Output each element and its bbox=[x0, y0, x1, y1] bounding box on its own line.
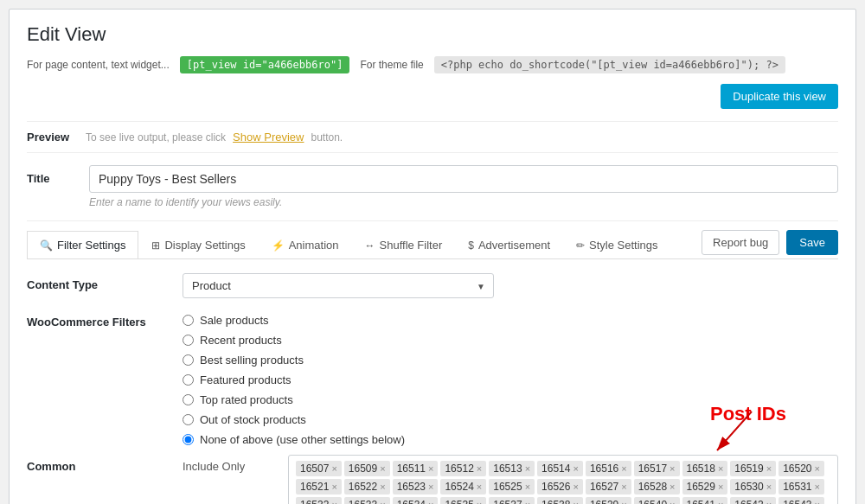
tag-item[interactable]: 16538 × bbox=[537, 497, 583, 504]
tag-remove-icon[interactable]: × bbox=[815, 500, 820, 504]
tag-remove-icon[interactable]: × bbox=[380, 463, 385, 474]
tab-animation[interactable]: ⚡ Animation bbox=[259, 231, 352, 258]
radio-recent-products[interactable]: Recent products bbox=[183, 334, 838, 347]
tab-shuffle-filter[interactable]: ↔ Shuffle Filter bbox=[352, 231, 456, 258]
tag-item[interactable]: 16540 × bbox=[634, 497, 680, 504]
tag-remove-icon[interactable]: × bbox=[428, 500, 433, 504]
content-type-select[interactable]: Product Post Page Custom bbox=[183, 273, 494, 298]
tag-remove-icon[interactable]: × bbox=[477, 500, 482, 504]
tag-item[interactable]: 16517 × bbox=[634, 461, 680, 476]
radio-none-of-above[interactable]: None of above (use other settings below) bbox=[183, 433, 838, 446]
tag-item[interactable]: 16518 × bbox=[682, 461, 728, 476]
duplicate-view-button[interactable]: Duplicate this view bbox=[721, 84, 838, 109]
tag-item[interactable]: 16507 × bbox=[296, 461, 342, 476]
radio-sale-input[interactable] bbox=[183, 315, 194, 326]
tag-remove-icon[interactable]: × bbox=[766, 482, 772, 492]
tag-item[interactable]: 16516 × bbox=[586, 461, 631, 476]
tag-item[interactable]: 16531 × bbox=[778, 479, 824, 494]
tag-remove-icon[interactable]: × bbox=[766, 463, 772, 474]
tag-remove-icon[interactable]: × bbox=[670, 463, 675, 474]
radio-best-selling-input[interactable] bbox=[183, 354, 194, 366]
radio-best-selling-products[interactable]: Best selling products bbox=[183, 354, 838, 367]
tag-item[interactable]: 16533 × bbox=[344, 497, 390, 504]
radio-top-rated-products[interactable]: Top rated products bbox=[183, 393, 838, 406]
tab-style-settings[interactable]: ✏ Style Settings bbox=[563, 231, 671, 258]
tag-remove-icon[interactable]: × bbox=[331, 482, 336, 492]
tag-remove-icon[interactable]: × bbox=[670, 500, 675, 504]
radio-out-of-stock-products[interactable]: Out of stock products bbox=[183, 413, 838, 426]
radio-none-input[interactable] bbox=[183, 434, 194, 445]
tag-item[interactable]: 16535 × bbox=[440, 497, 486, 504]
tag-item[interactable]: 16529 × bbox=[682, 479, 728, 494]
tag-item[interactable]: 16528 × bbox=[634, 479, 680, 494]
tag-remove-icon[interactable]: × bbox=[718, 463, 723, 474]
tag-item[interactable]: 16520 × bbox=[778, 461, 824, 476]
tag-item[interactable]: 16523 × bbox=[393, 479, 439, 494]
radio-none-label: None of above (use other settings below) bbox=[200, 433, 405, 446]
radio-top-rated-input[interactable] bbox=[183, 394, 194, 405]
tag-item[interactable]: 16522 × bbox=[344, 479, 390, 494]
tag-item[interactable]: 16509 × bbox=[344, 461, 390, 476]
tag-item[interactable]: 16524 × bbox=[440, 479, 486, 494]
tag-remove-icon[interactable]: × bbox=[525, 463, 530, 474]
shortcode-value[interactable]: [pt_view id="a466ebb6ro"] bbox=[180, 56, 350, 73]
tag-item[interactable]: 16513 × bbox=[489, 461, 535, 476]
save-button[interactable]: Save bbox=[786, 230, 838, 255]
title-row: Title Enter a name to identify your view… bbox=[27, 165, 838, 208]
radio-featured-products[interactable]: Featured products bbox=[183, 373, 838, 386]
tag-item[interactable]: 16521 × bbox=[296, 479, 342, 494]
radio-recent-input[interactable] bbox=[183, 335, 194, 346]
tag-value: 16529 bbox=[687, 481, 715, 493]
tag-remove-icon[interactable]: × bbox=[621, 463, 626, 474]
radio-sale-label: Sale products bbox=[200, 314, 269, 327]
tag-remove-icon[interactable]: × bbox=[815, 482, 820, 492]
radio-out-of-stock-input[interactable] bbox=[183, 414, 194, 425]
tag-remove-icon[interactable]: × bbox=[428, 463, 433, 474]
tag-item[interactable]: 16512 × bbox=[440, 461, 486, 476]
tag-remove-icon[interactable]: × bbox=[718, 500, 723, 504]
tag-item[interactable]: 16525 × bbox=[489, 479, 535, 494]
tag-remove-icon[interactable]: × bbox=[573, 500, 578, 504]
title-input[interactable] bbox=[89, 165, 838, 193]
tag-remove-icon[interactable]: × bbox=[621, 500, 626, 504]
tag-item[interactable]: 16543 × bbox=[778, 497, 824, 504]
tab-display-settings[interactable]: ⊞ Display Settings bbox=[138, 231, 258, 258]
tag-remove-icon[interactable]: × bbox=[573, 463, 578, 474]
tag-item[interactable]: 16542 × bbox=[730, 497, 776, 504]
tag-remove-icon[interactable]: × bbox=[815, 463, 820, 474]
tag-remove-icon[interactable]: × bbox=[621, 482, 626, 492]
radio-featured-input[interactable] bbox=[183, 374, 194, 386]
tag-item[interactable]: 16511 × bbox=[393, 461, 439, 476]
tag-remove-icon[interactable]: × bbox=[380, 482, 385, 492]
tags-container[interactable]: 16507 ×16509 ×16511 ×16512 ×16513 ×16514… bbox=[288, 455, 838, 504]
tag-item[interactable]: 16532 × bbox=[296, 497, 342, 504]
tag-item[interactable]: 16526 × bbox=[537, 479, 583, 494]
tag-remove-icon[interactable]: × bbox=[766, 500, 772, 504]
tag-item[interactable]: 16514 × bbox=[537, 461, 583, 476]
tag-remove-icon[interactable]: × bbox=[331, 500, 336, 504]
tag-remove-icon[interactable]: × bbox=[428, 482, 433, 492]
radio-sale-products[interactable]: Sale products bbox=[183, 314, 838, 327]
tag-remove-icon[interactable]: × bbox=[477, 482, 482, 492]
tag-remove-icon[interactable]: × bbox=[670, 482, 675, 492]
tag-remove-icon[interactable]: × bbox=[525, 482, 530, 492]
show-preview-link[interactable]: Show Preview bbox=[233, 131, 304, 144]
tag-remove-icon[interactable]: × bbox=[525, 500, 530, 504]
tag-item[interactable]: 16541 × bbox=[682, 497, 728, 504]
theme-value[interactable]: <?php echo do_shortcode("[pt_view id=a46… bbox=[434, 56, 785, 73]
tag-item[interactable]: 16534 × bbox=[393, 497, 439, 504]
tab-advertisement[interactable]: $ Advertisement bbox=[455, 231, 563, 258]
tag-remove-icon[interactable]: × bbox=[477, 463, 482, 474]
tag-item[interactable]: 16530 × bbox=[730, 479, 776, 494]
tag-remove-icon[interactable]: × bbox=[718, 482, 723, 492]
tag-remove-icon[interactable]: × bbox=[380, 500, 385, 504]
tag-item[interactable]: 16539 × bbox=[586, 497, 631, 504]
tag-value: 16528 bbox=[638, 481, 667, 493]
tab-filter-settings[interactable]: 🔍 Filter Settings bbox=[27, 231, 138, 258]
tag-remove-icon[interactable]: × bbox=[331, 463, 336, 474]
tag-item[interactable]: 16519 × bbox=[730, 461, 776, 476]
tag-remove-icon[interactable]: × bbox=[573, 482, 578, 492]
tag-item[interactable]: 16537 × bbox=[489, 497, 535, 504]
report-bug-button[interactable]: Report bug bbox=[702, 230, 779, 255]
tag-item[interactable]: 16527 × bbox=[586, 479, 631, 494]
